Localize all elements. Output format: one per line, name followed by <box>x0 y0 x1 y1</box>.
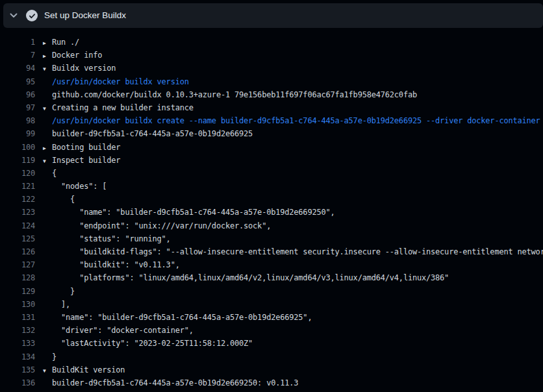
line-number[interactable]: 97 <box>0 101 35 114</box>
line-number[interactable]: 125 <box>0 232 35 245</box>
line-text: "nodes": [ <box>52 180 107 193</box>
line-text: Buildx version <box>52 62 116 75</box>
group-toggle-icon[interactable]: ▼ <box>43 155 52 168</box>
line-number[interactable]: 134 <box>0 350 35 363</box>
line-text: /usr/bin/docker buildx version <box>52 75 189 88</box>
line-text: { <box>52 167 57 180</box>
line-number[interactable]: 126 <box>0 245 35 258</box>
log-line: 95 /usr/bin/docker buildx version <box>0 75 543 88</box>
line-number[interactable]: 136 <box>0 376 35 389</box>
log-line[interactable]: 97 ▼ Creating a new builder instance <box>0 101 543 114</box>
line-text: "status": "running", <box>52 232 171 245</box>
line-number[interactable]: 99 <box>0 127 35 140</box>
log-line: 124 "endpoint": "unix:///var/run/docker.… <box>0 219 543 232</box>
line-text: { <box>52 193 75 206</box>
line-text: "endpoint": "unix:///var/run/docker.sock… <box>52 219 271 232</box>
line-text: "platforms": "linux/amd64,linux/amd64/v2… <box>52 271 449 284</box>
line-text: github.com/docker/buildx 0.10.3+azure-1 … <box>52 88 417 101</box>
line-text: Run ./ <box>52 36 79 49</box>
chevron-down-icon[interactable] <box>9 11 18 20</box>
line-number[interactable]: 133 <box>0 337 35 350</box>
log-line: 120 { <box>0 167 543 180</box>
line-number[interactable]: 95 <box>0 75 35 88</box>
line-number[interactable]: 128 <box>0 271 35 284</box>
group-toggle-icon[interactable]: ▶ <box>43 50 52 63</box>
log-line: 122 { <box>0 193 543 206</box>
line-text: Creating a new builder instance <box>52 101 194 114</box>
line-text: BuildKit version <box>52 363 125 376</box>
line-number[interactable]: 121 <box>0 180 35 193</box>
log-line[interactable]: 94 ▼ Buildx version <box>0 62 543 75</box>
line-number[interactable]: 119 <box>0 154 35 167</box>
line-number[interactable]: 100 <box>0 141 35 154</box>
group-toggle-icon[interactable]: ▼ <box>43 103 52 116</box>
line-number[interactable]: 96 <box>0 88 35 101</box>
group-toggle-icon[interactable]: ▶ <box>43 142 52 155</box>
line-text: "buildkit": "v0.11.3", <box>52 258 180 271</box>
log-line: 132 "driver": "docker-container", <box>0 324 543 337</box>
log-line[interactable]: 100 ▶ Booting builder <box>0 141 543 154</box>
log-line: 131 "name": "builder-d9cfb5a1-c764-445a-… <box>0 311 543 324</box>
line-text: ], <box>52 298 70 311</box>
line-number[interactable]: 131 <box>0 311 35 324</box>
log-line: 121 "nodes": [ <box>0 180 543 193</box>
line-number[interactable]: 120 <box>0 167 35 180</box>
log-line[interactable]: 1 ▶ Run ./ <box>0 36 543 49</box>
line-number[interactable]: 123 <box>0 206 35 219</box>
line-text: builder-d9cfb5a1-c764-445a-a57e-0b19d2e6… <box>52 376 298 389</box>
log-line: 127 "buildkit": "v0.11.3", <box>0 258 543 271</box>
log-line: 126 "buildkitd-flags": "--allow-insecure… <box>0 245 543 258</box>
line-text: "name": "builder-d9cfb5a1-c764-445a-a57e… <box>52 206 335 219</box>
line-number[interactable]: 129 <box>0 285 35 298</box>
log-line[interactable]: 7 ▶ Docker info <box>0 49 543 62</box>
line-number[interactable]: 124 <box>0 219 35 232</box>
line-text: "buildkitd-flags": "--allow-insecure-ent… <box>52 245 543 258</box>
log-line: 136 builder-d9cfb5a1-c764-445a-a57e-0b19… <box>0 376 543 389</box>
group-toggle-icon[interactable]: ▶ <box>43 37 52 50</box>
line-number[interactable]: 7 <box>0 49 35 62</box>
line-number[interactable]: 98 <box>0 114 35 127</box>
log-line: 129 } <box>0 285 543 298</box>
line-number[interactable]: 94 <box>0 62 35 75</box>
group-toggle-icon[interactable]: ▼ <box>43 63 52 76</box>
line-text: Docker info <box>52 49 102 62</box>
log-line: 125 "status": "running", <box>0 232 543 245</box>
line-number[interactable]: 135 <box>0 363 35 376</box>
line-number[interactable]: 1 <box>0 36 35 49</box>
group-toggle-icon[interactable]: ▼ <box>43 365 52 378</box>
log-line: 134 } <box>0 350 543 363</box>
line-text: } <box>52 350 57 363</box>
line-text: Inspect builder <box>52 154 120 167</box>
line-number[interactable]: 132 <box>0 324 35 337</box>
log-line: 123 "name": "builder-d9cfb5a1-c764-445a-… <box>0 206 543 219</box>
line-text: } <box>52 285 75 298</box>
success-check-icon <box>26 10 38 21</box>
line-number[interactable]: 127 <box>0 258 35 271</box>
step-header[interactable]: Set up Docker Buildx <box>3 3 543 28</box>
log-line: 99 builder-d9cfb5a1-c764-445a-a57e-0b19d… <box>0 127 543 140</box>
log-line: 98 /usr/bin/docker buildx create --name … <box>0 114 543 127</box>
log-line: 130 ], <box>0 298 543 311</box>
line-text: /usr/bin/docker buildx create --name bui… <box>52 114 540 127</box>
line-text: "lastActivity": "2023-02-25T11:58:12.000… <box>52 337 253 350</box>
line-number[interactable]: 122 <box>0 193 35 206</box>
step-title: Set up Docker Buildx <box>44 3 126 28</box>
log-area: 1 ▶ Run ./ 7 ▶ Docker info 94 ▼ Buildx v… <box>0 36 543 389</box>
log-line: 128 "platforms": "linux/amd64,linux/amd6… <box>0 271 543 284</box>
log-line[interactable]: 135 ▼ BuildKit version <box>0 363 543 376</box>
line-text: builder-d9cfb5a1-c764-445a-a57e-0b19d2e6… <box>52 127 253 140</box>
line-text: Booting builder <box>52 141 120 154</box>
line-number[interactable]: 130 <box>0 298 35 311</box>
line-text: "name": "builder-d9cfb5a1-c764-445a-a57e… <box>52 311 312 324</box>
log-line: 133 "lastActivity": "2023-02-25T11:58:12… <box>0 337 543 350</box>
page-root: { "colors": { "page_bg": "#010409", "hea… <box>0 0 543 392</box>
log-line[interactable]: 119 ▼ Inspect builder <box>0 154 543 167</box>
log-line: 96 github.com/docker/buildx 0.10.3+azure… <box>0 88 543 101</box>
line-text: "driver": "docker-container", <box>52 324 194 337</box>
